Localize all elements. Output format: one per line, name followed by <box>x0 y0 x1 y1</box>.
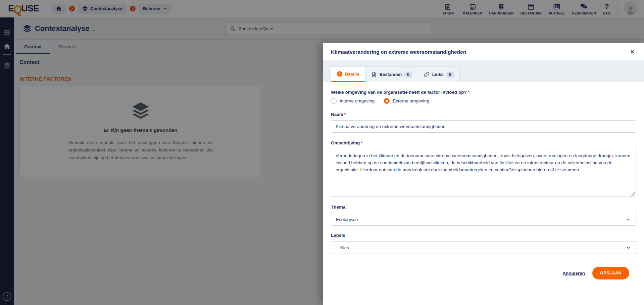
tab-bestanden[interactable]: Bestanden 0 <box>365 67 418 82</box>
thema-select[interactable]: Ecologisch <box>331 213 636 226</box>
thema-selected-value: Ecologisch <box>336 217 358 222</box>
tab-label: Bestanden <box>380 72 402 77</box>
info-icon: ! <box>337 71 342 77</box>
labels-selected-value: -- Kies -- <box>336 245 353 250</box>
naam-input[interactable] <box>331 120 636 133</box>
omschrijving-label: Omschrijving* <box>331 140 636 145</box>
label-text: Welke omgeving van de organisatie heeft … <box>331 90 467 95</box>
chevron-down-icon <box>626 217 631 222</box>
tab-label: Links <box>432 72 444 77</box>
drawer-tabs: ! Details Bestanden 0 Links 0 <box>323 60 644 82</box>
labels-select[interactable]: -- Kies -- <box>331 241 636 254</box>
radio-unchecked-icon <box>331 98 337 104</box>
drawer-title: Klimaatverandering en extreme weersomsta… <box>331 49 466 55</box>
factor-drawer: Klimaatverandering en extreme weersomsta… <box>323 43 644 305</box>
environment-radio-group: Interne omgeving Externe omgeving <box>331 98 636 104</box>
close-icon[interactable]: ✕ <box>629 49 636 55</box>
cancel-button[interactable]: Annuleren <box>562 271 585 276</box>
radio-label: Interne omgeving <box>340 98 375 103</box>
app-window: EQUSE Contextanalyse Beheren <box>0 0 644 305</box>
drawer-body: Welke omgeving van de organisatie heeft … <box>323 82 644 279</box>
label-text: Naam <box>331 112 343 117</box>
link-icon <box>424 72 430 77</box>
omschrijving-wrapper: Veranderingen in het klimaat en de toena… <box>331 149 636 197</box>
required-asterisk: * <box>361 140 362 145</box>
tab-links[interactable]: Links 0 <box>418 67 460 82</box>
save-button[interactable]: OPSLAAN <box>592 267 629 279</box>
radio-checked-icon <box>384 98 390 104</box>
drawer-header: Klimaatverandering en extreme weersomsta… <box>323 43 644 60</box>
naam-label: Naam* <box>331 112 636 117</box>
tab-label: Details <box>345 72 359 77</box>
drawer-footer: Annuleren OPSLAAN <box>331 261 636 279</box>
environment-question-label: Welke omgeving van de organisatie heeft … <box>331 90 636 95</box>
tab-details[interactable]: ! Details <box>331 67 365 82</box>
file-icon <box>371 72 377 77</box>
radio-externe-omgeving[interactable]: Externe omgeving <box>384 98 429 104</box>
tab-count-badge: 0 <box>446 72 454 78</box>
label-text: Omschrijving <box>331 140 360 145</box>
thema-label: Thema <box>331 205 636 210</box>
radio-label: Externe omgeving <box>393 98 429 103</box>
required-asterisk: * <box>468 90 469 95</box>
tab-count-badge: 0 <box>404 72 412 78</box>
labels-label: Labels <box>331 233 636 238</box>
required-asterisk: * <box>344 112 346 117</box>
radio-interne-omgeving[interactable]: Interne omgeving <box>331 98 375 104</box>
omschrijving-textarea[interactable]: Veranderingen in het klimaat en de toena… <box>331 149 636 197</box>
chevron-down-icon <box>626 245 631 250</box>
